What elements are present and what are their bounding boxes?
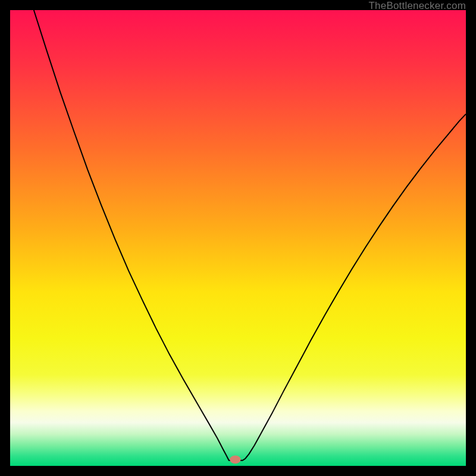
chart-plot <box>10 10 466 466</box>
optimum-marker <box>230 455 240 464</box>
watermark: TheBottlenecker.com <box>369 0 466 11</box>
chart-frame <box>10 0 466 466</box>
chart-background <box>10 10 466 466</box>
